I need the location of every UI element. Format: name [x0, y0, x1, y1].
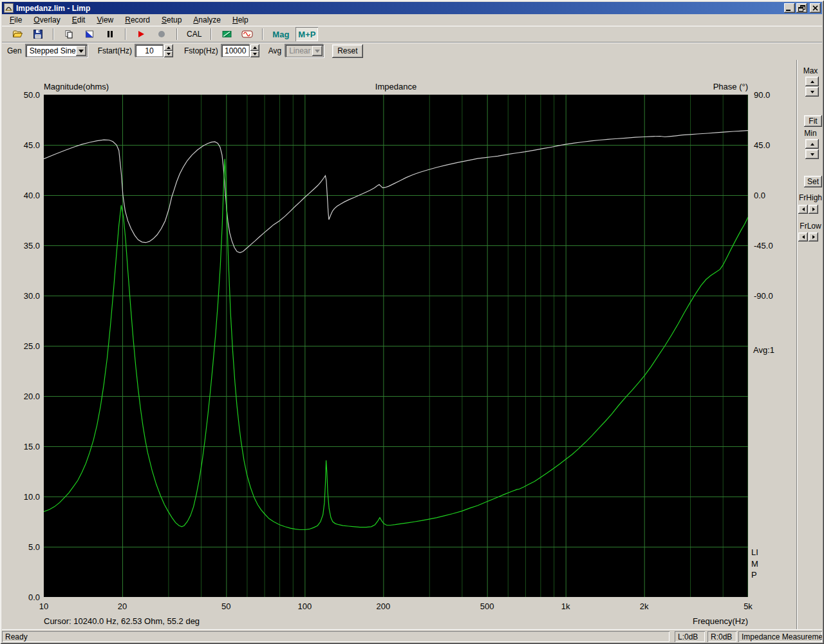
close-icon — [812, 5, 818, 11]
x-tick-label: 50 — [221, 601, 230, 611]
copy-icon — [64, 29, 74, 39]
max-label: Max — [800, 66, 821, 75]
magnitude-phase-view-button[interactable]: M+P — [295, 27, 318, 41]
fstop-spin-down[interactable] — [250, 51, 259, 57]
limp-watermark: LIMP — [751, 547, 759, 581]
save-floppy-icon — [33, 29, 43, 39]
fstop-label: Fstop(Hz) — [184, 46, 218, 55]
generator-type-select[interactable]: Stepped Sine — [26, 44, 88, 57]
frhigh-left-button[interactable] — [798, 205, 808, 214]
generator-type-value: Stepped Sine — [30, 46, 76, 55]
menu-analyze[interactable]: Analyze — [187, 14, 227, 26]
sine-wave-icon — [241, 30, 253, 39]
y-left-tick-label: 20.0 — [2, 392, 40, 401]
frlow-label: FrLow — [797, 222, 824, 231]
record-button[interactable] — [153, 27, 170, 41]
y-left-tick-label: 50.0 — [2, 90, 40, 100]
gen-label: Gen — [7, 46, 22, 55]
menu-overlay[interactable]: Overlay — [28, 14, 66, 26]
color-setup-button[interactable] — [81, 27, 98, 41]
min-spin-up[interactable] — [805, 139, 819, 149]
right-axis-title: Phase (°) — [713, 82, 748, 91]
generator-bar: Gen Stepped Sine Fstart(Hz) 10 Fstop(Hz)… — [2, 42, 822, 59]
fstart-label: Fstart(Hz) — [98, 46, 132, 55]
fstart-spin-up[interactable] — [164, 44, 173, 51]
menu-record[interactable]: Record — [119, 14, 156, 26]
measurement-mode: Impedance Measurement — [738, 631, 822, 642]
chevron-down-icon[interactable] — [76, 46, 86, 56]
generator-button[interactable] — [239, 27, 256, 41]
y-left-tick-label: 40.0 — [2, 191, 40, 200]
close-button[interactable] — [810, 3, 821, 13]
status-message: Ready — [2, 631, 670, 642]
fstart-spin-down[interactable] — [164, 51, 173, 57]
plot-panel: Magnitude(ohms) Impedance Phase (°) 50.0… — [2, 60, 796, 629]
y-left-tick-label: 10.0 — [2, 492, 40, 502]
fit-button[interactable]: Fit — [804, 115, 822, 127]
y-left-tick-label: 5.0 — [2, 542, 40, 552]
play-button[interactable] — [133, 27, 149, 41]
magnitude-view-button[interactable]: Mag — [270, 27, 292, 41]
fstop-input[interactable]: 10000 — [221, 44, 250, 57]
x-tick-label: 10 — [39, 601, 48, 611]
max-spin-down[interactable] — [805, 87, 819, 97]
toolbar-separator — [211, 28, 212, 40]
avg-value: Linear — [289, 46, 310, 55]
y-left-tick-label: 0.0 — [2, 592, 40, 602]
min-spin-down[interactable] — [805, 149, 819, 159]
impedance-chart[interactable] — [44, 95, 748, 597]
toolbar-separator — [125, 28, 126, 40]
cal-button[interactable]: CAL — [184, 27, 204, 41]
play-icon — [136, 30, 145, 39]
x-axis-title: Frequency(Hz) — [693, 616, 748, 626]
reset-button[interactable]: Reset — [332, 44, 362, 58]
pause-icon — [106, 30, 115, 39]
fstart-input[interactable]: 10 — [135, 44, 164, 57]
menu-edit[interactable]: Edit — [66, 14, 91, 26]
frhigh-right-button[interactable] — [809, 205, 818, 214]
fstart-spinner — [164, 44, 173, 57]
statusbar: Ready L:0dB R:0dB Impedance Measurement — [2, 629, 822, 642]
average-count: Avg:1 — [753, 345, 774, 355]
avg-label: Avg — [268, 46, 281, 55]
open-folder-icon — [12, 29, 23, 39]
y-right-tick-label: 45.0 — [754, 140, 770, 150]
toolbar: CAL Mag M+P — [2, 26, 822, 42]
pause-button[interactable] — [102, 27, 118, 41]
chart-title: Impedance — [375, 82, 417, 91]
cursor-readout: Cursor: 10240.0 Hz, 62.53 Ohm, 55.2 deg — [44, 616, 200, 626]
toolbar-separator — [53, 28, 54, 40]
x-tick-label: 200 — [376, 601, 390, 611]
set-button[interactable]: Set — [804, 176, 822, 187]
chevron-down-icon — [312, 46, 323, 56]
menu-setup[interactable]: Setup — [156, 14, 187, 26]
phase-curve — [44, 131, 748, 253]
menu-file[interactable]: File — [4, 14, 28, 26]
spectrum-button[interactable] — [218, 27, 235, 41]
minimize-button[interactable] — [784, 3, 795, 13]
window-title: Impedanz.lim - Limp — [16, 4, 783, 13]
copy-button[interactable] — [61, 27, 77, 41]
app-icon — [4, 3, 14, 13]
max-spin-up[interactable] — [805, 77, 819, 86]
menu-help[interactable]: Help — [227, 14, 254, 26]
titlebar[interactable]: Impedanz.lim - Limp — [2, 2, 822, 14]
menu-view[interactable]: View — [91, 14, 119, 26]
avg-select: Linear — [285, 44, 324, 57]
x-tick-label: 1k — [561, 601, 570, 611]
x-tick-label: 2k — [640, 601, 649, 611]
x-tick-label: 20 — [118, 601, 127, 611]
y-right-tick-label: 0.0 — [754, 191, 765, 200]
y-left-tick-label: 30.0 — [2, 291, 40, 301]
toolbar-separator — [262, 28, 263, 40]
left-level-indicator: L:0dB — [675, 631, 705, 642]
frlow-left-button[interactable] — [798, 232, 808, 242]
spectrum-icon — [221, 29, 232, 39]
fstop-spin-up[interactable] — [250, 44, 259, 51]
frlow-right-button[interactable] — [809, 232, 818, 242]
restore-button[interactable] — [796, 3, 807, 13]
save-button[interactable] — [30, 27, 46, 41]
left-axis-title: Magnitude(ohms) — [44, 82, 109, 91]
open-button[interactable] — [9, 27, 26, 41]
magnitude-curve — [44, 159, 748, 530]
